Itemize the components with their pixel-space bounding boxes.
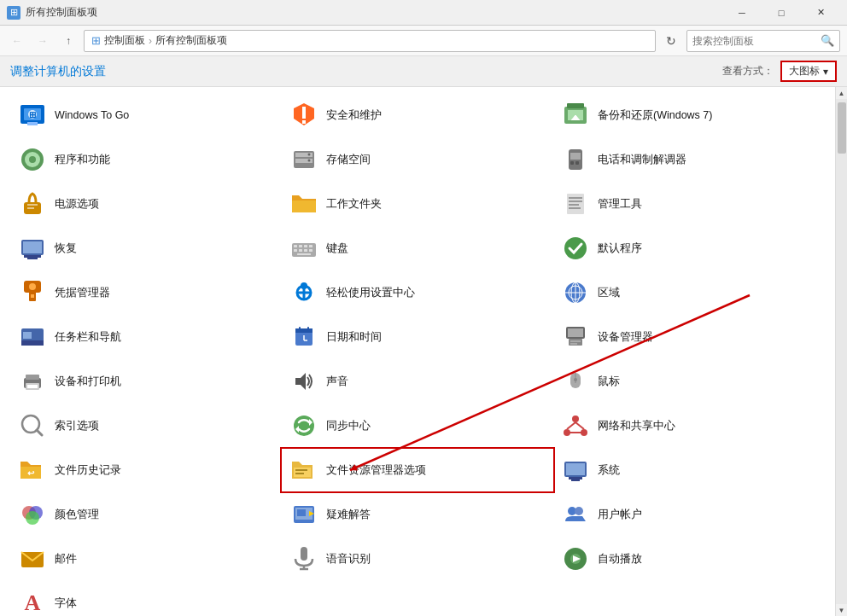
storage-label: 存储空间 xyxy=(326,153,371,166)
scroll-down-button[interactable]: ▼ xyxy=(836,604,848,616)
list-item[interactable]: 邮件 xyxy=(10,538,282,580)
list-item[interactable]: 安全和维护 xyxy=(282,94,553,137)
list-item[interactable]: ↩文件历史记录 xyxy=(10,449,282,491)
svg-rect-70 xyxy=(568,328,583,337)
list-item[interactable]: 轻松使用设置中心 xyxy=(282,271,553,314)
list-item[interactable]: 自动播放 xyxy=(553,538,825,580)
list-item[interactable]: 电话和调制解调器 xyxy=(553,138,825,181)
list-item[interactable]: 设备管理器 xyxy=(553,316,825,358)
address-box[interactable]: ⊞ 控制面板 › 所有控制面板项 xyxy=(84,30,656,52)
search-icon: 🔍 xyxy=(821,34,834,47)
list-item[interactable]: 日期和时间 xyxy=(282,316,553,358)
close-button[interactable]: ✕ xyxy=(801,0,840,26)
list-item[interactable]: 管理工具 xyxy=(553,183,825,225)
list-item[interactable]: ⊞Windows To Go xyxy=(10,94,282,137)
svg-rect-72 xyxy=(570,340,581,342)
list-item[interactable]: 工作文件夹 xyxy=(282,183,553,225)
system-icon xyxy=(560,455,591,485)
list-item[interactable]: 语音识别 xyxy=(282,538,553,580)
security-icon xyxy=(289,100,319,131)
up-button[interactable]: ↑ xyxy=(58,31,79,51)
svg-rect-100 xyxy=(569,477,582,479)
svg-rect-68 xyxy=(307,327,309,330)
ease-of-access-icon xyxy=(289,277,319,308)
svg-point-104 xyxy=(26,511,39,525)
list-item[interactable]: 索引选项 xyxy=(10,404,282,447)
forward-button[interactable]: → xyxy=(32,31,53,51)
list-item[interactable]: 区域 xyxy=(553,271,825,314)
svg-rect-62 xyxy=(23,332,32,339)
file-history-icon: ↩ xyxy=(17,455,48,485)
minimize-button[interactable]: ─ xyxy=(722,0,762,26)
file-explorer-options-icon xyxy=(289,455,319,485)
scroll-thumb[interactable] xyxy=(838,102,846,154)
datetime-icon xyxy=(289,322,319,352)
svg-rect-6 xyxy=(302,107,306,119)
list-item[interactable]: 电源选项 xyxy=(10,183,282,225)
svg-rect-43 xyxy=(304,249,307,252)
list-item[interactable]: 程序和功能 xyxy=(10,138,282,181)
programs-icon xyxy=(17,144,48,175)
back-button[interactable]: ← xyxy=(7,31,27,51)
svg-rect-41 xyxy=(294,249,297,252)
indexing-icon xyxy=(17,410,48,441)
svg-point-87 xyxy=(572,416,579,422)
toolbar-title: 调整计算机的设置 xyxy=(10,64,106,79)
scroll-up-button[interactable]: ▲ xyxy=(836,87,848,99)
svg-marker-78 xyxy=(295,373,306,390)
network-sharing-label: 网络和共享中心 xyxy=(598,419,675,433)
list-item[interactable]: A字体 xyxy=(10,582,282,616)
list-item[interactable]: 设备和打印机 xyxy=(10,360,282,403)
storage-icon xyxy=(289,144,319,175)
device-manager-icon xyxy=(560,322,591,352)
list-item[interactable]: 存储空间 xyxy=(282,138,553,181)
svg-rect-77 xyxy=(27,385,38,388)
search-box[interactable]: 🔍 xyxy=(686,30,840,52)
list-item[interactable]: 颜色管理 xyxy=(10,493,282,536)
admin-tools-icon xyxy=(560,189,591,219)
maximize-button[interactable]: □ xyxy=(762,0,801,26)
svg-rect-29 xyxy=(569,200,582,202)
datetime-label: 日期和时间 xyxy=(326,330,382,344)
backup-label: 备份和还原(Windows 7) xyxy=(598,108,712,122)
scrollbar[interactable]: ▲ ▼ xyxy=(835,87,847,616)
admin-tools-label: 管理工具 xyxy=(598,197,642,211)
list-item[interactable]: 恢复 xyxy=(10,227,282,270)
list-item[interactable]: 凭据管理器 xyxy=(10,271,282,314)
list-item[interactable]: 键盘 xyxy=(282,227,553,270)
svg-point-46 xyxy=(564,237,587,259)
backup-icon xyxy=(560,100,591,131)
svg-rect-112 xyxy=(301,547,307,561)
refresh-button[interactable]: ↻ xyxy=(661,31,681,51)
windows-to-go-label: Windows To Go xyxy=(55,108,129,122)
list-item[interactable]: 网络和共享中心 xyxy=(553,404,825,447)
list-item[interactable]: 鼠标 xyxy=(553,360,825,403)
list-item[interactable]: 任务栏和导航 xyxy=(10,316,282,358)
default-programs-icon xyxy=(560,233,591,264)
view-button[interactable]: 大图标 ▾ xyxy=(780,61,837,82)
credential-label: 凭据管理器 xyxy=(55,286,110,299)
list-item[interactable]: 声音 xyxy=(282,360,553,403)
list-item[interactable]: 系统 xyxy=(553,449,825,491)
voice-recog-label: 语音识别 xyxy=(326,552,371,566)
list-item[interactable]: 疑难解答 xyxy=(282,493,553,536)
list-item[interactable]: 用户帐户 xyxy=(553,493,825,536)
svg-rect-42 xyxy=(299,249,302,252)
devices-printers-label: 设备和打印机 xyxy=(55,375,121,388)
fonts-icon: A xyxy=(17,588,48,616)
svg-line-90 xyxy=(567,422,575,429)
items-grid: ⊞Windows To Go安全和维护备份和还原(Windows 7)程序和功能… xyxy=(10,94,825,616)
search-input[interactable] xyxy=(692,35,817,47)
list-item[interactable]: 默认程序 xyxy=(553,227,825,270)
security-label: 安全和维护 xyxy=(326,108,382,122)
svg-rect-2 xyxy=(27,122,38,125)
svg-line-83 xyxy=(37,430,42,435)
default-programs-label: 默认程序 xyxy=(598,241,642,255)
svg-text:A: A xyxy=(25,590,41,615)
svg-rect-95 xyxy=(294,468,311,477)
list-item[interactable]: 文件资源管理器选项 xyxy=(282,449,553,491)
scroll-track xyxy=(836,99,847,604)
list-item[interactable]: 同步中心 xyxy=(282,404,553,447)
list-item[interactable]: 备份和还原(Windows 7) xyxy=(553,94,825,137)
keyboard-label: 键盘 xyxy=(326,241,348,255)
